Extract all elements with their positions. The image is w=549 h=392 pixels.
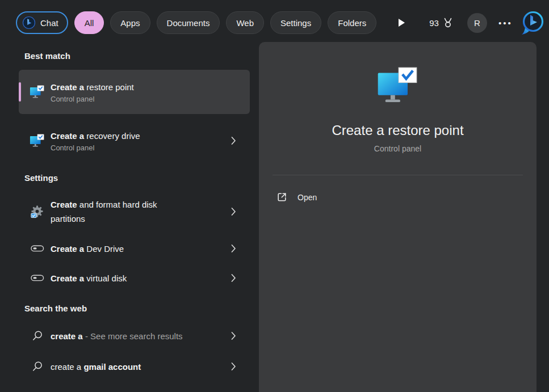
tab-all[interactable]: All: [74, 11, 104, 34]
tab-chat-label: Chat: [40, 18, 58, 28]
tab-chat[interactable]: Chat: [16, 11, 68, 34]
result-title: Create and format hard disk partitions: [51, 197, 174, 226]
tab-documents[interactable]: Documents: [157, 11, 220, 34]
drive-icon: [30, 275, 45, 281]
result-title: create a - See more search results: [51, 329, 235, 343]
tab-settings[interactable]: Settings: [270, 11, 321, 34]
rewards-badge[interactable]: 93: [429, 17, 454, 28]
tab-web-label: Web: [236, 18, 254, 28]
chevron-right-icon: [231, 207, 236, 216]
user-avatar[interactable]: R: [467, 13, 487, 33]
open-action[interactable]: Open: [276, 189, 344, 205]
rewards-medal-icon: [442, 17, 454, 28]
search-icon: [30, 361, 45, 372]
best-match-header: Best match: [24, 51, 258, 62]
tab-apps-label: Apps: [120, 18, 140, 28]
preview-title: Create a restore point: [259, 123, 537, 138]
restore-point-icon: [30, 85, 45, 99]
chevron-right-icon: [231, 331, 236, 340]
preview-subtitle: Control panel: [259, 144, 537, 153]
result-title: Create a virtual disk: [51, 271, 235, 285]
rewards-points: 93: [429, 18, 439, 28]
tab-folders[interactable]: Folders: [328, 11, 376, 34]
tab-all-label: All: [85, 18, 94, 28]
result-subtitle: Control panel: [51, 143, 235, 153]
result-create-recovery-drive[interactable]: Create a recovery drive Control panel: [19, 122, 250, 159]
tab-apps[interactable]: Apps: [110, 11, 150, 34]
chevron-right-icon: [231, 273, 236, 283]
recovery-drive-icon: [30, 134, 45, 148]
result-create-format-partitions[interactable]: Create and format hard disk partitions: [19, 191, 250, 232]
search-web-section-header: Search the web: [24, 304, 258, 315]
play-icon: [398, 18, 405, 27]
open-label: Open: [297, 193, 317, 202]
chevron-right-icon: [231, 362, 236, 371]
restore-point-large-icon: [376, 67, 420, 108]
result-title: Create a recovery drive: [51, 129, 235, 143]
result-subtitle: Control panel: [51, 94, 235, 104]
tab-web[interactable]: Web: [226, 11, 264, 34]
result-create-virtual-disk[interactable]: Create a virtual disk: [19, 265, 250, 291]
result-create-dev-drive[interactable]: Create a Dev Drive: [19, 235, 250, 262]
tab-settings-label: Settings: [280, 18, 311, 28]
overflow-menu-button[interactable]: •••: [495, 15, 516, 31]
open-external-icon: [276, 191, 288, 203]
avatar-initial: R: [474, 18, 480, 28]
preview-pane: Create a restore point Control panel Ope…: [259, 42, 537, 392]
chevron-right-icon: [231, 136, 236, 145]
tab-folders-label: Folders: [338, 18, 366, 28]
search-icon: [30, 330, 45, 342]
result-title: Create a Dev Drive: [51, 242, 235, 256]
web-search-create-a[interactable]: create a - See more search results: [19, 323, 250, 349]
more-filters-button[interactable]: [394, 18, 409, 27]
bing-chat-icon: [22, 16, 36, 29]
search-results-list: Best match Create a restore point Contro…: [0, 45, 258, 380]
chevron-right-icon: [231, 244, 236, 253]
settings-section-header: Settings: [24, 173, 258, 184]
result-create-restore-point[interactable]: Create a restore point Control panel: [19, 70, 250, 114]
result-title: Create a restore point: [51, 80, 235, 94]
drive-icon: [30, 245, 45, 252]
bing-logo-icon[interactable]: [521, 10, 546, 36]
selection-accent-bar: [19, 82, 21, 102]
tab-documents-label: Documents: [167, 18, 210, 28]
search-filter-bar: Chat All Apps Documents Web Settings Fol…: [0, 0, 549, 45]
result-title: create a gmail account: [51, 360, 235, 374]
disk-management-gear-icon: [30, 205, 45, 219]
web-search-create-gmail-account[interactable]: create a gmail account: [19, 353, 250, 380]
divider: [273, 175, 523, 175]
